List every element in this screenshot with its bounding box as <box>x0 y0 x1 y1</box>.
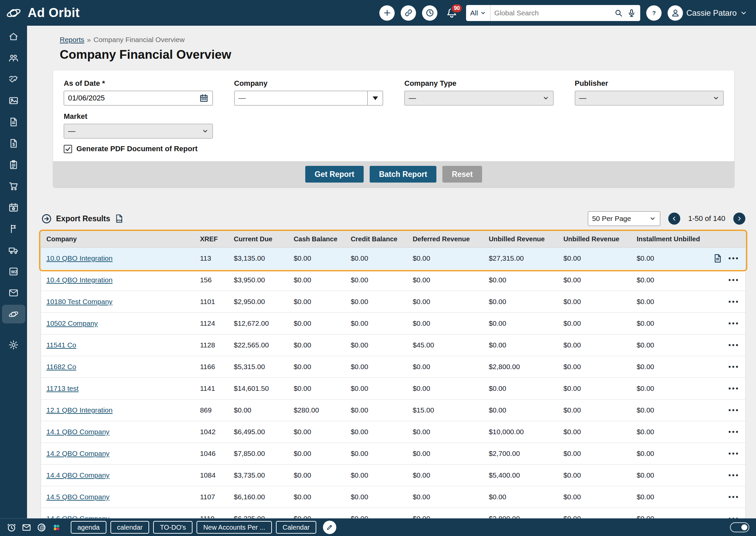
search-icon[interactable] <box>614 9 623 17</box>
col-actions <box>705 231 746 247</box>
installment-unbilled-cell: $0.00 <box>633 312 704 334</box>
publisher-select[interactable]: — <box>575 91 724 105</box>
company-link[interactable]: 11682 Co <box>46 363 76 370</box>
row-document-button[interactable] <box>713 253 723 263</box>
company-link[interactable]: 14.2 QBO Company <box>46 450 109 457</box>
export-results-button[interactable]: Export Results <box>41 213 124 224</box>
market-select[interactable]: — <box>64 124 213 139</box>
link-button[interactable] <box>401 5 416 21</box>
company-combobox[interactable]: — <box>234 91 383 105</box>
table-row: 12.1 QBO Integration 869 $0.00 $280.00 $… <box>41 399 745 421</box>
quick-link-button[interactable]: agenda <box>71 521 106 534</box>
row-menu-button[interactable] <box>728 277 739 283</box>
prev-page-button[interactable] <box>668 213 680 225</box>
company-link[interactable]: 10180 Test Company <box>46 298 112 305</box>
row-menu-button[interactable] <box>728 364 739 370</box>
as-of-date-input[interactable] <box>64 91 213 105</box>
clock-icon[interactable] <box>7 523 16 532</box>
generate-pdf-checkbox[interactable] <box>64 145 72 153</box>
slack-icon[interactable] <box>52 523 61 532</box>
edit-shortcuts-button[interactable] <box>323 521 336 534</box>
chat-toggle[interactable] <box>730 522 749 532</box>
company-link[interactable]: 14.6 QBO Company <box>46 515 109 519</box>
col-unbilled-revenue[interactable]: Unbilled Revenue <box>485 231 559 247</box>
quick-link-button[interactable]: New Accounts Per ... <box>197 521 272 534</box>
row-menu-button[interactable] <box>728 516 739 519</box>
history-button[interactable] <box>422 5 437 21</box>
row-menu-button[interactable] <box>728 299 739 305</box>
orbit-logo-icon[interactable] <box>0 5 27 21</box>
reset-button[interactable]: Reset <box>442 166 482 183</box>
mail-icon[interactable] <box>22 523 31 532</box>
deferred-revenue-cell: $0.00 <box>409 421 485 443</box>
row-menu-button[interactable] <box>728 320 739 326</box>
xref-cell: 1042 <box>196 421 230 443</box>
sidebar-item-events[interactable] <box>2 198 25 217</box>
sidebar-item-delivery[interactable] <box>2 241 25 259</box>
col-installment-unbilled[interactable]: Installment Unbilled <box>633 231 704 247</box>
per-page-select[interactable]: 50 Per Page <box>588 211 660 226</box>
company-dropdown-button[interactable] <box>368 91 383 105</box>
sidebar-item-settings[interactable] <box>2 335 25 354</box>
sidebar-item-campaigns[interactable] <box>2 219 25 238</box>
deferred-revenue-cell: $0.00 <box>409 377 485 399</box>
user-menu[interactable]: Cassie Pataro <box>668 5 747 21</box>
company-field: Company — <box>234 79 383 105</box>
row-menu-button[interactable] <box>728 429 739 435</box>
company-link[interactable]: 14.4 QBO Company <box>46 471 109 479</box>
notifications-button[interactable]: 90 <box>443 5 460 21</box>
company-link[interactable]: 10.0 QBO Integration <box>46 254 112 262</box>
calendar-icon[interactable] <box>199 93 209 103</box>
mic-icon[interactable] <box>627 9 636 17</box>
sidebar-item-reports[interactable] <box>2 305 25 323</box>
row-menu-button[interactable] <box>728 451 739 457</box>
publisher-label: Publisher <box>575 79 724 88</box>
quick-link-button[interactable]: calendar <box>110 521 149 534</box>
batch-report-button[interactable]: Batch Report <box>370 166 436 183</box>
add-button[interactable] <box>379 5 395 21</box>
breadcrumb-reports-link[interactable]: Reports <box>60 36 84 44</box>
quick-link-button[interactable]: Calendar <box>276 521 316 534</box>
search-scope-select[interactable]: All <box>466 5 490 21</box>
col-deferred-revenue[interactable]: Deferred Revenue <box>409 231 485 247</box>
sidebar-item-tax-forms[interactable] <box>2 262 25 281</box>
company-type-select[interactable]: — <box>404 91 553 105</box>
row-menu-button[interactable] <box>728 494 739 500</box>
company-link[interactable]: 10.4 QBO Integration <box>46 276 112 284</box>
per-page-value: 50 Per Page <box>592 215 631 223</box>
sidebar-item-home[interactable] <box>2 27 25 46</box>
date-input[interactable] <box>68 94 199 102</box>
next-page-button[interactable] <box>733 213 745 225</box>
global-search-input[interactable] <box>490 9 615 17</box>
export-pdf-icon[interactable] <box>114 214 124 224</box>
row-menu-button[interactable] <box>728 255 739 261</box>
row-menu-button[interactable] <box>728 472 739 478</box>
row-menu-button[interactable] <box>728 342 739 348</box>
sidebar-item-contacts[interactable] <box>2 48 25 67</box>
row-menu-button[interactable] <box>728 407 739 413</box>
company-link[interactable]: 11713 test <box>46 384 79 392</box>
quick-link-button[interactable]: TO-DO's <box>153 521 193 534</box>
col-company[interactable]: Company <box>41 231 196 247</box>
company-link[interactable]: 14.1 QBO Company <box>46 428 109 436</box>
sidebar-item-email[interactable] <box>2 283 25 302</box>
get-report-button[interactable]: Get Report <box>305 166 364 183</box>
company-link[interactable]: 11541 Co <box>46 341 76 349</box>
col-unbilled-revenue-2[interactable]: Unbilled Revenue <box>559 231 633 247</box>
sidebar-item-media[interactable] <box>2 91 25 110</box>
sidebar-item-tasks[interactable] <box>2 155 25 174</box>
sidebar-item-billing[interactable] <box>2 134 25 153</box>
col-current-due[interactable]: Current Due <box>230 231 290 247</box>
col-xref[interactable]: XREF <box>196 231 230 247</box>
col-credit-balance[interactable]: Credit Balance <box>347 231 409 247</box>
company-link[interactable]: 14.5 QBO Company <box>46 493 109 501</box>
company-link[interactable]: 10502 Company <box>46 319 98 327</box>
help-button[interactable] <box>646 5 662 21</box>
sidebar-item-orders[interactable] <box>2 112 25 131</box>
sidebar-item-store[interactable] <box>2 177 25 195</box>
row-menu-button[interactable] <box>728 385 739 391</box>
mail-at-icon[interactable] <box>37 523 46 532</box>
company-link[interactable]: 12.1 QBO Integration <box>46 406 112 414</box>
col-cash-balance[interactable]: Cash Balance <box>290 231 347 247</box>
sidebar-item-partners[interactable] <box>2 70 25 88</box>
